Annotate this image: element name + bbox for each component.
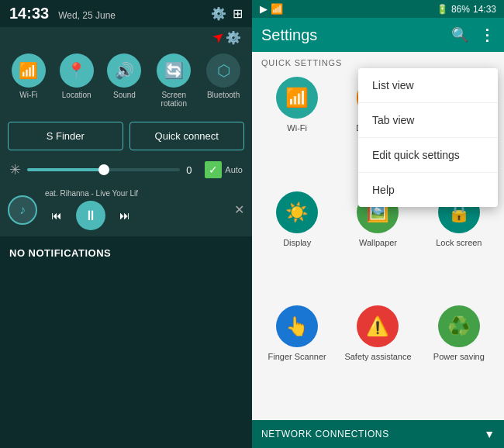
dropdown-menu: List view Tab view Edit quick settings H… xyxy=(358,68,498,207)
location-circle: 📍 xyxy=(60,53,94,88)
play-pause-button[interactable]: ⏸ xyxy=(76,201,105,230)
bluetooth-icon: ⬡ xyxy=(217,61,230,80)
bluetooth-circle: ⬡ xyxy=(206,53,240,88)
settings-item-finger-scanner[interactable]: 👆 Finger Scanner xyxy=(260,305,334,414)
toggle-location[interactable]: 📍 Location xyxy=(60,53,94,108)
toggle-wifi[interactable]: 📶 Wi-Fi xyxy=(12,53,46,108)
auto-check[interactable]: ✓ Auto xyxy=(205,161,243,178)
right-panel: ▶ 📶 🔋 86% 14:33 Settings 🔍 ⋮ QUICK SETTI… xyxy=(252,0,504,448)
play-icon: ▶ xyxy=(260,3,268,15)
auto-checkbox[interactable]: ✓ xyxy=(205,161,222,178)
sound-icon: 🔊 xyxy=(115,61,134,80)
left-status-bar: 14:33 Wed, 25 June ⚙️ ⊞ xyxy=(0,0,252,27)
wifi-settings-icon: 📶 xyxy=(276,77,318,119)
brightness-fill xyxy=(27,168,104,171)
sound-label: Sound xyxy=(113,91,136,99)
brightness-row: ✳ 0 ✓ Auto xyxy=(0,157,252,183)
right-status-right: 🔋 86% 14:33 xyxy=(437,4,496,15)
left-panel: 14:33 Wed, 25 June ⚙️ ⊞ ➤ ⚙️ 📶 Wi-Fi 📍 L… xyxy=(0,0,252,448)
finger-scanner-icon: 👆 xyxy=(276,305,318,347)
prev-button[interactable]: ⏮ xyxy=(45,204,68,227)
settings-item-lock-screen[interactable]: 🔒 Lock screen xyxy=(422,191,496,300)
settings-item-wallpaper[interactable]: 🖼️ Wallpaper xyxy=(340,191,415,300)
brightness-icon: ✳ xyxy=(9,161,21,178)
wifi-circle: 📶 xyxy=(12,53,46,88)
brightness-value: 0 xyxy=(186,164,198,176)
toggle-bluetooth[interactable]: ⬡ Bluetooth xyxy=(206,53,240,108)
music-disc-icon: ♪ xyxy=(8,195,37,225)
battery-icon: 🔋 xyxy=(437,4,448,15)
music-title: eat. Rihanna - Live Your Life xyxy=(45,189,138,198)
right-status-bar: ▶ 📶 🔋 86% 14:33 xyxy=(252,0,504,18)
right-time: 14:33 xyxy=(473,4,496,15)
sound-circle: 🔊 xyxy=(107,53,141,88)
brightness-slider[interactable] xyxy=(27,168,180,171)
network-chevron-icon: ▼ xyxy=(484,428,495,440)
safety-assistance-icon: ⚠️ xyxy=(357,305,399,347)
header-icons: 🔍 ⋮ xyxy=(451,26,495,44)
sfinder-button[interactable]: S Finder xyxy=(8,122,123,150)
wallpaper-label: Wallpaper xyxy=(359,238,397,248)
no-notifications-text: NO NOTIFICATIONS xyxy=(9,247,111,259)
location-icon: 📍 xyxy=(67,61,86,80)
right-header: Settings 🔍 ⋮ xyxy=(252,18,504,52)
rotation-icon: 🔄 xyxy=(164,61,184,80)
toggle-sound[interactable]: 🔊 Sound xyxy=(107,53,141,108)
wifi-settings-label: Wi-Fi xyxy=(287,123,307,133)
display-icon: ☀️ xyxy=(276,191,318,233)
location-label: Location xyxy=(62,91,91,99)
network-connections-label: NETWORK CONNECTIONS xyxy=(261,429,389,439)
music-player: ♪ eat. Rihanna - Live Your Life ⏮ ⏸ ⏭ ✕ xyxy=(0,183,252,236)
left-date: Wed, 25 June xyxy=(58,10,116,21)
settings-title: Settings xyxy=(261,26,317,44)
next-button[interactable]: ⏭ xyxy=(113,204,136,227)
search-icon[interactable]: 🔍 xyxy=(451,26,468,43)
music-controls: ⏮ ⏸ ⏭ xyxy=(45,201,226,230)
network-connections-bar[interactable]: NETWORK CONNECTIONS ▼ xyxy=(252,420,504,448)
bluetooth-label: Bluetooth xyxy=(207,91,240,99)
right-panel-wrapper: ▶ 📶 🔋 86% 14:33 Settings 🔍 ⋮ QUICK SETTI… xyxy=(252,0,504,448)
dropdown-help[interactable]: Help xyxy=(358,173,498,207)
power-saving-label: Power saving xyxy=(433,352,485,362)
gear-hint-icon[interactable]: ⚙️ xyxy=(226,30,241,45)
left-status-icons: ⚙️ ⊞ xyxy=(211,6,243,21)
battery-percent: 86% xyxy=(451,4,470,15)
display-label: Display xyxy=(283,238,311,248)
grid-status-icon[interactable]: ⊞ xyxy=(233,6,243,21)
close-music-button[interactable]: ✕ xyxy=(234,202,244,217)
lock-screen-label: Lock screen xyxy=(436,238,482,248)
rotation-label: Screen rotation xyxy=(155,91,192,108)
action-buttons: S Finder Quick connect xyxy=(0,115,252,157)
wifi-label: Wi-Fi xyxy=(19,91,37,99)
safety-assistance-label: Safety assistance xyxy=(344,352,411,362)
toggle-screen-rotation[interactable]: 🔄 Screen rotation xyxy=(155,53,192,108)
quickconnect-button[interactable]: Quick connect xyxy=(129,122,245,150)
quick-toggles: 📶 Wi-Fi 📍 Location 🔊 Sound 🔄 Screen rota… xyxy=(0,46,252,115)
signal-icon: 📶 xyxy=(271,3,283,15)
rotation-circle: 🔄 xyxy=(157,53,191,88)
settings-item-power-saving[interactable]: ♻️ Power saving xyxy=(422,305,496,414)
finger-scanner-label: Finger Scanner xyxy=(268,352,326,362)
settings-item-display[interactable]: ☀️ Display xyxy=(260,191,334,300)
wifi-icon: 📶 xyxy=(19,61,38,80)
more-options-icon[interactable]: ⋮ xyxy=(479,26,495,44)
left-time: 14:33 xyxy=(9,5,49,22)
dropdown-list-view[interactable]: List view xyxy=(358,68,498,103)
auto-label: Auto xyxy=(225,165,243,174)
no-notifications: NO NOTIFICATIONS xyxy=(0,236,252,448)
dropdown-edit-quick-settings[interactable]: Edit quick settings xyxy=(358,138,498,173)
settings-item-wifi[interactable]: 📶 Wi-Fi xyxy=(260,77,334,185)
gear-status-icon[interactable]: ⚙️ xyxy=(211,6,226,21)
brightness-thumb xyxy=(98,164,109,175)
settings-item-safety-assistance[interactable]: ⚠️ Safety assistance xyxy=(340,305,415,414)
power-saving-icon: ♻️ xyxy=(438,305,480,347)
dropdown-tab-view[interactable]: Tab view xyxy=(358,103,498,138)
right-status-left: ▶ 📶 xyxy=(260,3,283,15)
